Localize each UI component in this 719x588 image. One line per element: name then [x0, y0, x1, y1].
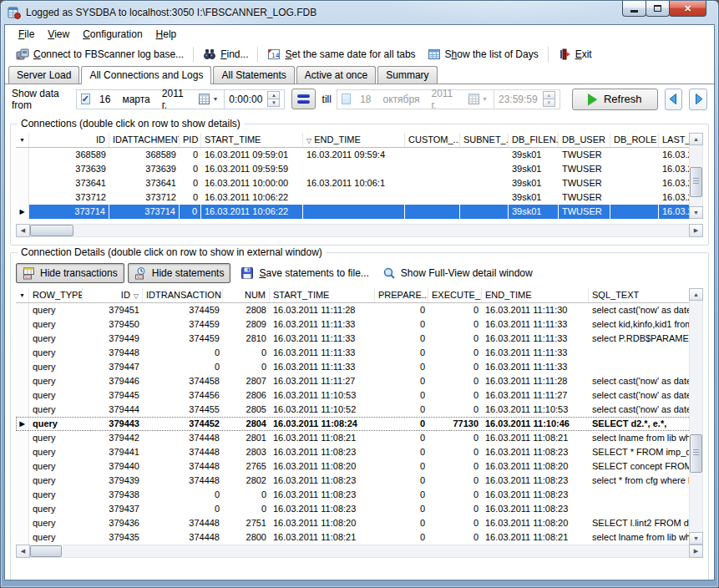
scrollbar-thumb[interactable] — [690, 167, 702, 197]
show-full-view-button[interactable]: Show Full-View detail window — [376, 263, 539, 283]
vertical-scrollbar[interactable]: ▲ ▼ — [689, 133, 703, 219]
column-header[interactable]: IDATTACHMENT — [109, 133, 180, 147]
column-header[interactable]: ROW_TYPE_A — [29, 288, 83, 302]
refresh-button[interactable]: Refresh — [572, 89, 658, 110]
tab-active-at-once[interactable]: Active at once — [296, 66, 376, 84]
grid-column-selector[interactable]: ▼ — [16, 288, 29, 302]
scrollbar-thumb[interactable] — [30, 545, 62, 557]
tab-summary[interactable]: Summary — [377, 66, 437, 84]
horizontal-scrollbar[interactable]: ◀ ▶ — [16, 545, 703, 558]
table-row[interactable]: query379445374456280616.03.2011 11:10:53… — [16, 388, 694, 403]
scrollbar-track[interactable] — [689, 301, 703, 532]
scrollbar-track[interactable] — [30, 224, 689, 237]
table-row[interactable]: query379451374459280816.03.2011 11:11:28… — [16, 303, 694, 317]
table-row[interactable]: query379436374448275116.03.2011 11:08:20… — [16, 516, 694, 530]
column-header[interactable]: CUSTOM_... — [405, 133, 460, 147]
hide-statements-button[interactable]: SQL Hide statements — [128, 263, 231, 283]
scroll-right-button[interactable]: ▶ — [689, 224, 703, 237]
spin-down-button[interactable]: ▼ — [267, 99, 280, 107]
menu-help[interactable]: Help — [149, 26, 184, 43]
from-date-checkbox[interactable]: ✓ — [81, 94, 90, 104]
to-year[interactable]: 2011 г. — [431, 88, 454, 111]
table-row[interactable]: ▶373714373714016.03.2011 10:06:2239sk01T… — [16, 205, 694, 219]
scroll-down-button[interactable]: ▼ — [689, 206, 703, 219]
exit-button[interactable]: Exit — [552, 46, 598, 63]
scroll-up-button[interactable]: ▲ — [689, 288, 703, 301]
table-row[interactable]: query379439374448280216.03.2011 11:08:23… — [16, 474, 694, 488]
previous-day-button[interactable] — [665, 89, 683, 110]
table-row[interactable]: query379444374455280516.03.2011 11:10:52… — [16, 403, 694, 417]
to-time-value[interactable]: 23:59:59 — [499, 94, 538, 105]
title-bar[interactable]: Logged as SYSDBA to localhost:3050 I:\FB… — [1, 1, 718, 24]
scroll-up-button[interactable]: ▲ — [689, 133, 703, 145]
column-header[interactable]: END_TIME — [482, 288, 589, 302]
table-row[interactable]: query379449374459281016.03.2011 11:11:33… — [16, 332, 694, 346]
column-header[interactable]: SUBNET_... — [460, 133, 509, 147]
scroll-left-button[interactable]: ◀ — [16, 545, 30, 558]
menu-configuration[interactable]: Configuration — [76, 26, 149, 43]
connect-log-base-button[interactable]: Connect to FBScanner log base... — [10, 46, 190, 63]
scrollbar-thumb[interactable] — [690, 434, 702, 473]
table-row[interactable]: 373639373639016.03.2011 09:59:5939sk01TW… — [16, 162, 694, 176]
column-header[interactable]: DB_ROLE — [610, 133, 659, 147]
vertical-scrollbar[interactable]: ▲ ▼ — [689, 288, 703, 545]
equals-range-button[interactable] — [291, 89, 315, 109]
tab-all-connections-and-logs[interactable]: All Connections and Logs — [81, 66, 211, 84]
table-row[interactable]: query379440374448276516.03.2011 11:08:20… — [16, 459, 694, 474]
column-header[interactable]: EXECUTE_... — [428, 288, 482, 302]
from-month[interactable]: марта — [122, 94, 149, 105]
to-month[interactable]: октября — [382, 94, 419, 105]
column-header[interactable]: START_TIME — [201, 133, 303, 147]
column-header[interactable]: PREPARE... — [375, 288, 428, 302]
minimize-button[interactable] — [622, 1, 646, 17]
column-header[interactable]: ▽END_TIME — [303, 133, 405, 147]
from-time-value[interactable]: 0:00:00 — [229, 94, 262, 105]
save-statements-button[interactable]: Save statements to file... — [234, 263, 375, 283]
to-day[interactable]: 18 — [360, 94, 371, 105]
table-row[interactable]: query3794470016.03.2011 11:11:330016.03.… — [16, 360, 694, 374]
hide-transactions-button[interactable]: SQL Hide transactions — [16, 263, 124, 283]
column-header[interactable]: NUM — [223, 288, 270, 302]
scrollbar-track[interactable] — [689, 145, 703, 206]
column-header[interactable]: DB_USER — [559, 133, 610, 147]
table-row[interactable]: query379442374448280116.03.2011 11:08:21… — [16, 431, 694, 445]
from-time-field[interactable]: 0:00:00 ▲ ▼ — [224, 89, 285, 109]
from-calendar-dropdown-button[interactable]: ▼ — [197, 93, 220, 105]
grid-column-selector[interactable]: ▼ — [16, 133, 29, 147]
to-time-field[interactable]: 23:59:59 ▲ ▼ — [494, 89, 560, 109]
table-row[interactable]: 373712373712016.03.2011 10:06:2239sk01TW… — [16, 190, 694, 205]
table-row[interactable]: query379441374448280316.03.2011 11:08:23… — [16, 445, 694, 459]
from-date-field[interactable]: ✓ 16 марта 2011 г. ▼ — [76, 89, 225, 109]
table-row[interactable]: query3794480016.03.2011 11:11:330016.03.… — [16, 346, 694, 360]
table-row[interactable]: 368589368589016.03.2011 09:59:0116.03.20… — [16, 148, 694, 162]
scrollbar-thumb[interactable] — [30, 225, 73, 236]
column-header[interactable]: ID — [29, 133, 109, 147]
scroll-down-button[interactable]: ▼ — [689, 532, 703, 545]
table-row[interactable]: query3794370016.03.2011 11:08:230016.03.… — [16, 502, 694, 516]
find-button[interactable]: Find... — [197, 46, 254, 63]
menu-file[interactable]: File — [12, 26, 41, 43]
spin-down-button[interactable]: ▼ — [543, 99, 555, 107]
column-header[interactable]: ID▽ — [83, 288, 143, 302]
table-row[interactable]: ▶query379443374452280416.03.2011 11:08:2… — [16, 417, 694, 431]
to-date-field[interactable]: ✓ 18 октября 2011 г. ▼ — [337, 89, 494, 109]
close-button[interactable]: ✕ — [669, 1, 706, 17]
to-calendar-dropdown-button[interactable]: ▼ — [467, 93, 489, 105]
to-date-checkbox[interactable]: ✓ — [342, 94, 351, 104]
column-header[interactable]: DB_FILEN... — [509, 133, 559, 147]
scroll-right-button[interactable]: ▶ — [689, 545, 703, 558]
next-day-button[interactable] — [689, 89, 707, 110]
show-list-of-days-button[interactable]: Show the list of Days — [422, 46, 544, 63]
tab-server-load[interactable]: Server Load — [8, 66, 79, 84]
from-day[interactable]: 16 — [99, 94, 110, 105]
table-row[interactable]: 373641373641016.03.2011 10:00:0016.03.20… — [16, 176, 694, 190]
column-header[interactable]: PID — [180, 133, 201, 147]
scroll-left-button[interactable]: ◀ — [16, 224, 30, 237]
horizontal-scrollbar[interactable]: ◀ ▶ — [16, 224, 703, 237]
maximize-button[interactable] — [646, 1, 670, 17]
table-row[interactable]: query379435374448280016.03.2011 11:08:21… — [16, 530, 694, 545]
table-row[interactable]: query3794380016.03.2011 11:08:230016.03.… — [16, 488, 694, 502]
table-row[interactable]: query379446374458280716.03.2011 11:11:27… — [16, 374, 694, 388]
column-header[interactable]: START_TIME — [270, 288, 375, 302]
column-header[interactable]: SQL_TEXT — [589, 288, 694, 302]
